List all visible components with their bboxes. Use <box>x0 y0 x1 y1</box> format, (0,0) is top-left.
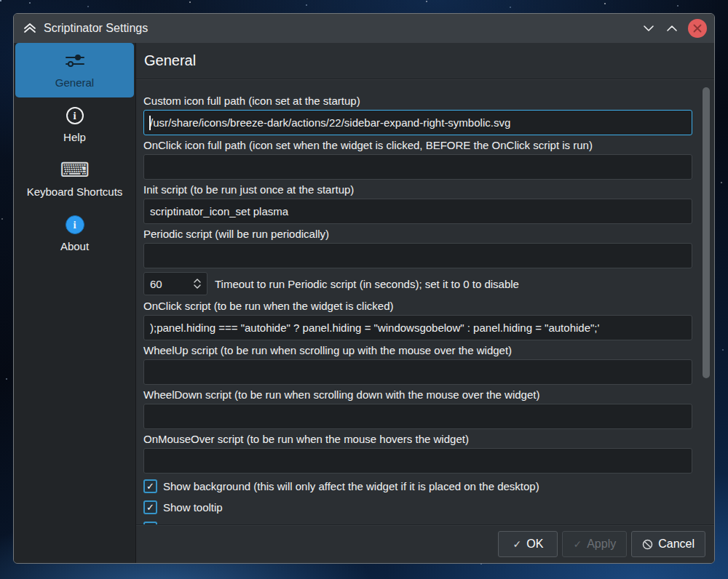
close-icon[interactable] <box>688 19 707 38</box>
timeout-spinbox[interactable]: 60 <box>143 272 207 295</box>
onclick-script-input[interactable] <box>143 315 692 340</box>
periodic-script-input[interactable] <box>143 243 692 268</box>
field-label-periodic-script: Periodic script (will be run periodicall… <box>143 228 692 240</box>
custom-icon-path-input[interactable] <box>143 110 692 135</box>
window-app-icon <box>23 21 37 36</box>
sidebar-item-label: About <box>60 240 89 252</box>
sidebar-item-label: General <box>55 76 94 89</box>
dialog-button-bar: ✓ OK ✓ Apply Cancel <box>136 524 714 563</box>
help-icon: i <box>66 105 84 127</box>
vertical-scrollbar[interactable] <box>701 80 711 524</box>
sidebar-item-label: Keyboard Shortcuts <box>27 185 123 198</box>
timeout-value: 60 <box>150 278 194 290</box>
content-pane: General Custom icon full path (icon set … <box>136 43 714 563</box>
init-script-input[interactable] <box>143 199 692 224</box>
field-label-custom-icon-path: Custom icon full path (icon set at the s… <box>143 95 692 107</box>
checkbox-label: Show tooltip <box>163 501 223 514</box>
sidebar: General i Help ⌨ Keyboard Shortcuts i Ab… <box>14 43 136 563</box>
wheeldown-script-input[interactable] <box>143 404 692 429</box>
onmouseover-script-input[interactable] <box>143 448 692 474</box>
show-background-checkbox[interactable]: ✓ <box>143 479 157 493</box>
maximize-icon[interactable] <box>662 18 682 39</box>
check-icon: ✓ <box>513 539 521 549</box>
minimize-icon[interactable] <box>638 18 659 39</box>
check-icon: ✓ <box>573 539 582 549</box>
apply-button[interactable]: ✓ Apply <box>562 531 627 557</box>
field-label-onclick-icon-path: OnClick icon full path (icon set when th… <box>143 139 692 151</box>
show-background-row[interactable]: ✓ Show background (this will only affect… <box>143 479 692 493</box>
field-label-wheelup-script: WheelUp script (to be run when scrolling… <box>143 344 692 356</box>
timeout-label: Timeout to run Periodic script (in secon… <box>215 278 519 290</box>
settings-window: Scriptinator Settings General <box>13 13 715 564</box>
show-tooltip-row[interactable]: ✓ Show tooltip <box>143 500 692 514</box>
wheelup-script-input[interactable] <box>143 359 692 385</box>
sliders-icon <box>64 50 86 72</box>
ok-button[interactable]: ✓ OK <box>498 531 558 557</box>
sidebar-item-general[interactable]: General <box>15 43 134 97</box>
cancel-button[interactable]: Cancel <box>631 531 705 557</box>
window-title: Scriptinator Settings <box>44 22 148 35</box>
show-tooltip-checkbox[interactable]: ✓ <box>143 500 157 514</box>
sidebar-item-keyboard-shortcuts[interactable]: ⌨ Keyboard Shortcuts <box>14 152 135 207</box>
spinbox-arrows-icon[interactable] <box>194 279 207 289</box>
field-label-init-script: Init script (to be run just once at the … <box>143 183 692 196</box>
onclick-icon-path-input[interactable] <box>143 154 692 180</box>
page-header: General <box>136 43 714 79</box>
text-cursor <box>149 116 151 130</box>
settings-scroll-area[interactable]: Custom icon full path (icon set at the s… <box>136 79 714 524</box>
timeout-row: 60 Timeout to run Periodic script (in se… <box>143 272 692 295</box>
page-title: General <box>144 52 196 69</box>
cancel-circle-icon <box>642 539 653 550</box>
sidebar-item-label: Help <box>63 131 86 143</box>
field-label-onmouseover-script: OnMouseOver script (to be run when the m… <box>143 433 692 445</box>
field-label-wheeldown-script: WheelDown script (to be run when scrolli… <box>143 388 692 401</box>
scrollbar-thumb[interactable] <box>703 87 710 378</box>
sidebar-item-about[interactable]: i About <box>14 207 135 261</box>
field-label-onclick-script: OnClick script (to be run when the widge… <box>143 300 692 312</box>
checkbox-label: Show background (this will only affect t… <box>163 480 539 492</box>
sidebar-item-help[interactable]: i Help <box>14 97 135 152</box>
about-info-icon: i <box>66 214 84 236</box>
keyboard-icon: ⌨ <box>60 159 89 181</box>
titlebar[interactable]: Scriptinator Settings <box>14 14 714 43</box>
